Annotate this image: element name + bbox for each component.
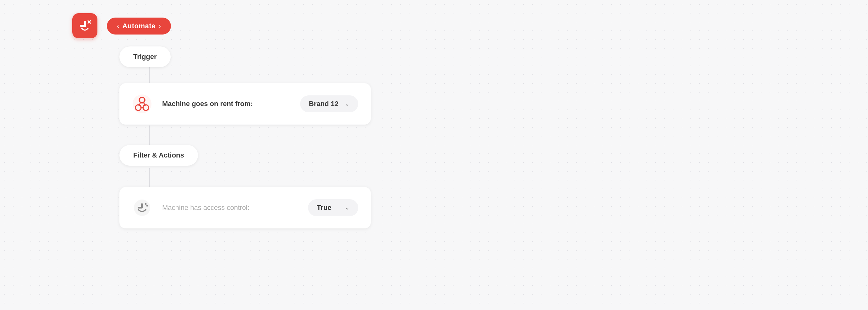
connector-line-3: [149, 168, 150, 187]
brand-value: Brand 12: [309, 100, 338, 108]
trigger-card: Machine goes on rent from: Brand 12 ⌄: [119, 83, 371, 125]
brand-caret-icon: ⌄: [345, 100, 349, 107]
svg-point-15: [147, 205, 148, 207]
action-description: Machine has access control:: [162, 204, 298, 212]
access-value: True: [317, 204, 331, 212]
webhook-icon: [132, 94, 152, 114]
tuya-icon: [132, 198, 152, 218]
access-dropdown[interactable]: True ⌄: [308, 199, 358, 216]
automate-label: Automate: [122, 22, 155, 30]
access-caret-icon: ⌄: [345, 204, 349, 211]
filter-button-label: Filter & Actions: [133, 151, 184, 159]
connector-line-1: [149, 66, 150, 83]
brand-dropdown[interactable]: Brand 12 ⌄: [300, 95, 358, 112]
trigger-description: Machine goes on rent from:: [162, 100, 290, 108]
right-chevron-icon: ›: [159, 23, 161, 30]
automate-pill-button[interactable]: ‹ Automate ›: [107, 18, 171, 35]
svg-point-14: [145, 203, 147, 205]
connector-line-2: [149, 126, 150, 146]
svg-rect-1: [80, 25, 86, 27]
app-icon[interactable]: [72, 13, 97, 38]
svg-rect-13: [138, 207, 143, 209]
trigger-button-label: Trigger: [133, 53, 157, 61]
filter-actions-button[interactable]: Filter & Actions: [119, 145, 198, 166]
action-card: Machine has access control: True ⌄: [119, 187, 371, 229]
canvas: ‹ Automate › Trigger Machine goes on ren…: [0, 0, 868, 310]
left-chevron-icon: ‹: [117, 23, 119, 30]
trigger-button[interactable]: Trigger: [119, 46, 170, 67]
